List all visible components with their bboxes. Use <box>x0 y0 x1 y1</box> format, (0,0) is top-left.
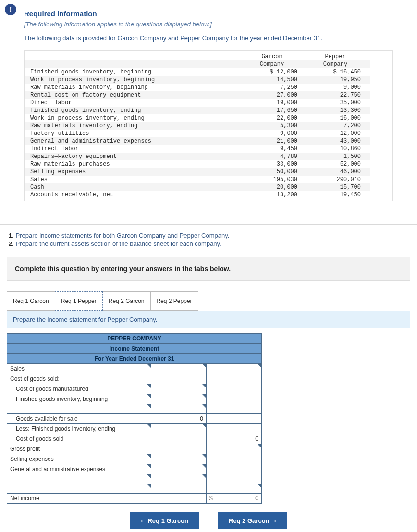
cell-blank <box>207 374 262 384</box>
row-sales-label[interactable]: Sales <box>7 364 151 374</box>
row-gafs-label: Goods available for sale <box>7 414 151 424</box>
tab-req2-garcon[interactable]: Req 2 Garcon <box>102 291 151 311</box>
cell-blank <box>207 474 262 484</box>
row-gafs-value: 0 <box>151 414 207 424</box>
cell-blank <box>151 374 207 384</box>
data-row: Rental cost on factory equipment27,00022… <box>25 91 370 99</box>
data-row: Factory utilities9,00012,000 <box>25 130 370 137</box>
data-row: Raw materials purchases33,00052,000 <box>25 160 370 168</box>
row-gp-input[interactable] <box>207 444 262 454</box>
data-row: Indirect labor9,45010,860 <box>25 145 370 153</box>
row-cogs-label: Cost of goods sold <box>7 434 151 444</box>
prev-button[interactable]: ‹ Req 1 Garcon <box>130 512 199 529</box>
data-header-row: GarconPepper <box>25 53 370 60</box>
divider <box>0 224 417 225</box>
cell-blank <box>207 414 262 424</box>
answer-table: PEPPER COMPANY Income Statement For Year… <box>7 333 262 504</box>
question-stem: Required information [The following info… <box>0 0 417 211</box>
data-row: Sales195,030290,010 <box>25 176 370 183</box>
row-fgbeg-input[interactable] <box>151 394 207 404</box>
row-fgbeg-label[interactable]: Finished goods inventory, beginning <box>7 394 151 404</box>
data-header-row: CompanyCompany <box>25 60 370 68</box>
tab-strip: Req 1 Garcon Req 1 Pepper Req 2 Garcon R… <box>7 291 410 311</box>
row-blank2-input[interactable] <box>151 474 207 484</box>
tab-req2-pepper[interactable]: Req 2 Pepper <box>150 291 198 311</box>
context-note: [The following information applies to th… <box>24 21 393 28</box>
row-blank3-input[interactable] <box>207 484 262 494</box>
cell-blank <box>151 494 207 504</box>
data-table: GarconPepperCompanyCompanyFinished goods… <box>24 50 393 201</box>
data-row: General and administrative expenses21,00… <box>25 137 370 145</box>
row-blank2-label[interactable] <box>7 474 151 484</box>
cell-blank <box>207 454 262 464</box>
row-lessfgend-label[interactable]: Less: Finished goods inventory, ending <box>7 424 151 434</box>
row-gaexp-input[interactable] <box>151 464 207 474</box>
row-cogs-value: 0 <box>207 434 262 444</box>
cell-blank <box>207 394 262 404</box>
cell-blank <box>151 434 207 444</box>
data-row: Direct labor19,00035,000 <box>25 99 370 107</box>
row-cogs-header: Cost of goods sold: <box>7 374 151 384</box>
prev-button-label: Req 1 Garcon <box>147 517 188 524</box>
row-sellexp-input[interactable] <box>151 454 207 464</box>
data-row: Repairs—Factory equipment4,7801,500 <box>25 153 370 160</box>
intro-text: The following data is provided for Garco… <box>24 35 393 42</box>
next-button-label: Req 2 Garcon <box>229 517 270 524</box>
task-1: 1. Prepare income statements for both Ga… <box>9 232 410 239</box>
data-row: Cash20,00015,700 <box>25 183 370 191</box>
tab-req1-pepper[interactable]: Req 1 Pepper <box>55 291 103 311</box>
data-row: Accounts receivable, net13,20019,450 <box>25 191 370 199</box>
row-ni-label: Net income <box>7 494 151 504</box>
cell-blank <box>151 444 207 454</box>
answer-period-header: For Year Ended December 31 <box>7 354 262 364</box>
cell-blank <box>207 384 262 394</box>
row-lessfgend-input[interactable] <box>151 424 207 434</box>
sub-instruction: Prepare the income statement for Pepper … <box>7 311 410 328</box>
row-gaexp-label[interactable]: General and administrative expenses <box>7 464 151 474</box>
data-row: Finished goods inventory, ending17,65013… <box>25 107 370 114</box>
instruction-box: Complete this question by entering your … <box>7 257 410 281</box>
required-info-heading: Required information <box>24 10 393 18</box>
row-sales-input2[interactable] <box>207 364 262 374</box>
chevron-right-icon: › <box>274 518 276 524</box>
cell-blank <box>207 464 262 474</box>
answer-title-header: Income Statement <box>7 344 262 354</box>
data-row: Raw materials inventory, ending5,3007,20… <box>25 122 370 130</box>
row-sellexp-label[interactable]: Selling expenses <box>7 454 151 464</box>
row-cogm-label[interactable]: Cost of goods manufactured <box>7 384 151 394</box>
next-button[interactable]: Req 2 Garcon › <box>218 512 287 529</box>
data-row: Selling expenses50,00046,000 <box>25 168 370 176</box>
row-blank3-label[interactable] <box>7 484 151 494</box>
cell-blank <box>207 404 262 414</box>
cell-blank <box>151 484 207 494</box>
cell-blank <box>207 424 262 434</box>
data-row: Finished goods inventory, beginning$ 12,… <box>25 68 370 76</box>
data-row: Raw materials inventory, beginning7,2509… <box>25 84 370 91</box>
row-blank-input[interactable] <box>151 404 207 414</box>
row-ni-value: $0 <box>207 494 262 504</box>
data-row: Work in process inventory, beginning14,5… <box>25 76 370 84</box>
row-gp-label: Gross profit <box>7 444 151 454</box>
row-sales-input1[interactable] <box>151 364 207 374</box>
task-2: 2. Prepare the current assets section of… <box>9 240 410 247</box>
row-blank-label[interactable] <box>7 404 151 414</box>
tab-req1-garcon[interactable]: Req 1 Garcon <box>7 291 55 311</box>
data-row: Work in process inventory, ending22,0001… <box>25 114 370 122</box>
answer-company-header: PEPPER COMPANY <box>7 334 262 344</box>
chevron-left-icon: ‹ <box>141 518 143 524</box>
row-cogm-input[interactable] <box>151 384 207 394</box>
